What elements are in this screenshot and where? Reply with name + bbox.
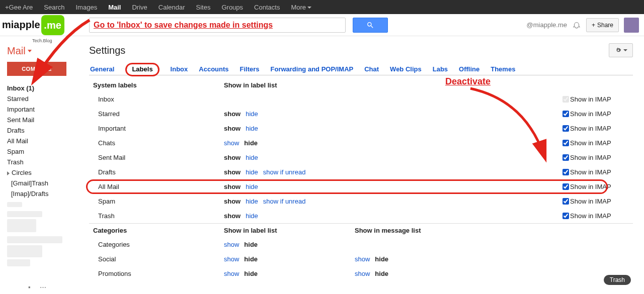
search-input[interactable]: Go to 'Inbox' to save changes made in se… [89, 18, 346, 33]
show-toggle[interactable]: show [224, 110, 240, 118]
show-in-imap-checkbox[interactable] [562, 154, 569, 161]
topbar-item[interactable]: Groups [221, 4, 243, 11]
settings-tab[interactable]: Offline [458, 63, 480, 75]
hide-toggle[interactable]: hide [246, 125, 258, 132]
show-in-imap-label: Show in IMAP [570, 154, 611, 161]
show-in-imap-label: Show in IMAP [570, 183, 611, 190]
label-name: Categories [98, 241, 224, 248]
compose-button[interactable]: COMPOSE [7, 62, 66, 76]
show-toggle[interactable]: show [224, 255, 239, 263]
share-button[interactable]: +Share [586, 18, 619, 32]
show-toggle[interactable]: show [224, 183, 240, 190]
label-row: Spamshowhideshow if unreadShow in IMAP [89, 194, 633, 209]
label-name: Important [98, 125, 224, 132]
show-if-unread-toggle[interactable]: show if unread [263, 168, 306, 176]
hide-toggle[interactable]: hide [244, 139, 258, 147]
hide-toggle[interactable]: hide [244, 255, 258, 263]
hide-toggle[interactable]: hide [246, 212, 258, 220]
sidebar-item[interactable]: Spam [7, 146, 79, 157]
msg-show-toggle[interactable]: show [355, 255, 370, 263]
show-toggle[interactable]: show [224, 154, 240, 161]
show-if-unread-toggle[interactable]: show if unread [263, 198, 306, 205]
topbar-item-more[interactable]: More [291, 4, 311, 11]
show-in-imap-checkbox[interactable] [562, 140, 569, 146]
annotation-inbox: Go to 'Inbox' to save changes made in se… [94, 21, 273, 30]
logo-text-left: miapple [2, 19, 40, 31]
hide-toggle[interactable]: hide [246, 154, 258, 161]
sidebar-item[interactable]: Drafts [7, 125, 79, 136]
show-in-imap-label: Show in IMAP [570, 139, 611, 147]
more-icon[interactable]: ⋯ [40, 283, 46, 291]
sidebar-item[interactable]: Trash [7, 157, 79, 167]
show-toggle[interactable]: show [224, 212, 240, 220]
sidebar-item[interactable]: [Gmail]Trash [7, 178, 79, 188]
sidebar-item[interactable]: Starred [7, 93, 79, 104]
topbar-item[interactable]: Contacts [254, 4, 280, 11]
hide-toggle[interactable]: hide [244, 270, 258, 277]
show-in-imap-checkbox[interactable] [562, 183, 569, 190]
settings-tab[interactable]: Accounts [198, 63, 229, 75]
settings-tab[interactable]: General [89, 63, 115, 75]
msg-hide-toggle[interactable]: hide [375, 270, 388, 277]
hide-toggle[interactable]: hide [244, 241, 258, 248]
label-row: All MailshowhideShow in IMAP [89, 179, 633, 194]
settings-tab[interactable]: Web Clips [389, 63, 423, 75]
notifications-icon[interactable] [572, 21, 581, 30]
show-toggle[interactable]: show [224, 241, 239, 248]
user-email[interactable]: @miapple.me [527, 21, 567, 29]
topbar-item[interactable]: Images [76, 4, 98, 11]
show-toggle[interactable]: show [224, 198, 240, 205]
show-in-imap-checkbox[interactable] [562, 111, 569, 117]
show-toggle[interactable]: show [224, 139, 239, 147]
show-toggle[interactable]: show [224, 125, 240, 132]
settings-tab[interactable]: Inbox [170, 63, 189, 75]
topbar-item[interactable]: +Gee Are [5, 4, 33, 11]
show-in-imap-label: Show in IMAP [570, 125, 611, 132]
show-toggle[interactable]: show [224, 168, 240, 176]
topbar-item[interactable]: Drive [132, 4, 147, 11]
settings-tab[interactable]: Forwarding and POP/IMAP [270, 63, 355, 75]
sidebar-item[interactable]: Circles [7, 167, 79, 178]
sidebar-item[interactable]: Important [7, 104, 79, 115]
msg-show-toggle[interactable]: show [355, 270, 370, 277]
settings-tab[interactable]: Labs [432, 63, 449, 75]
hide-toggle[interactable]: hide [246, 198, 258, 205]
label-name: All Mail [98, 183, 224, 190]
settings-tab[interactable]: Filters [239, 63, 261, 75]
show-in-imap-checkbox[interactable] [562, 125, 569, 132]
topbar-item[interactable]: Mail [108, 4, 121, 11]
topbar-item[interactable]: Search [44, 4, 64, 11]
msg-hide-toggle[interactable]: hide [375, 255, 388, 263]
hide-toggle[interactable]: hide [246, 183, 258, 190]
topbar-item[interactable]: Calendar [158, 4, 185, 11]
hangouts-icon[interactable]: ▪ [28, 283, 31, 291]
sidebar-item[interactable]: Inbox (1) [7, 83, 79, 93]
show-toggle[interactable]: show [224, 270, 239, 277]
sidebar-item[interactable]: [Imap]/Drafts [7, 188, 79, 199]
show-in-imap-label: Show in IMAP [570, 110, 611, 118]
show-in-imap-checkbox[interactable] [562, 213, 569, 219]
settings-tab[interactable]: Themes [490, 63, 516, 75]
chevron-down-icon [28, 50, 32, 52]
topbar-item[interactable]: Sites [196, 4, 211, 11]
show-in-imap-checkbox[interactable] [562, 169, 569, 175]
sidebar-item[interactable]: Sent Mail [7, 115, 79, 125]
show-in-imap-label: Show in IMAP [570, 198, 611, 205]
hide-toggle[interactable]: hide [246, 168, 258, 176]
app-header: miapple .me Go to 'Inbox' to save change… [0, 14, 644, 36]
avatar[interactable] [624, 18, 639, 33]
show-in-imap-checkbox[interactable] [562, 198, 569, 205]
settings-tab[interactable]: Labels [124, 63, 160, 75]
search-icon [366, 21, 374, 29]
trash-chip[interactable]: Trash [604, 275, 631, 285]
settings-gear-button[interactable] [609, 43, 633, 57]
redacted-labels [7, 202, 79, 266]
sidebar-item[interactable]: All Mail [7, 136, 79, 146]
label-name: Spam [98, 198, 224, 205]
hide-toggle[interactable]: hide [246, 110, 258, 118]
label-name: Social [98, 255, 224, 263]
search-button[interactable] [353, 18, 388, 33]
user-area: @miapple.me +Share [527, 18, 639, 33]
settings-tab[interactable]: Chat [363, 63, 380, 75]
mail-dropdown[interactable]: Mail [7, 45, 79, 57]
